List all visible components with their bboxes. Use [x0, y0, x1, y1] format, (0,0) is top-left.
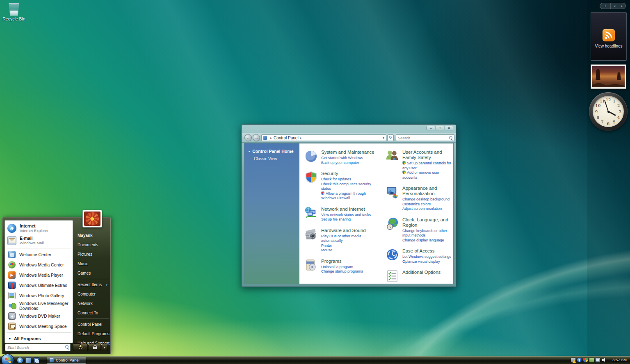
category-appearance[interactable]: Appearance and Personalization Change de… — [386, 185, 454, 212]
category-title[interactable]: User Accounts and Family Safety — [402, 150, 454, 160]
category-link[interactable]: Change keyboards or other input methods — [402, 229, 454, 238]
category-title[interactable]: Clock, Language, and Region — [402, 217, 454, 228]
category-programs[interactable]: Programs Uninstall a program Change star… — [304, 258, 381, 274]
category-hardware-sound[interactable]: Hardware and Sound Play CDs or other med… — [304, 228, 381, 253]
address-dropdown-icon[interactable]: ▾ — [383, 136, 384, 140]
start-menu-item-network[interactable]: Network — [75, 299, 110, 308]
breadcrumb-location[interactable]: Control Panel — [274, 136, 299, 140]
start-menu-item-computer[interactable]: Computer — [75, 289, 110, 299]
network-icon[interactable] — [596, 358, 600, 362]
nav-control-panel-home[interactable]: •Control Panel Home — [249, 149, 296, 154]
category-link[interactable]: Change startup programs — [321, 269, 363, 274]
nav-classic-view[interactable]: Classic View — [254, 157, 296, 161]
show-desktop-icon[interactable] — [25, 357, 31, 363]
category-title[interactable]: System and Maintenance — [321, 150, 374, 155]
quick-launch-ie-icon[interactable]: e — [17, 357, 23, 363]
address-bar[interactable]: ▸ Control Panel ▸ ▾ — [261, 134, 386, 141]
gadget-next-icon[interactable]: ▸ — [618, 3, 625, 9]
maximize-button[interactable]: □ — [436, 126, 444, 130]
breadcrumb-root-arrow-icon[interactable]: ▸ — [270, 136, 272, 140]
power-button[interactable] — [73, 344, 88, 351]
category-link[interactable]: Change display language — [402, 238, 454, 243]
minimize-button[interactable]: – — [427, 126, 435, 130]
category-link[interactable]: Printer — [321, 243, 381, 248]
start-search-box[interactable] — [5, 344, 71, 351]
all-programs-button[interactable]: ▸ All Programs — [5, 334, 73, 343]
back-button[interactable]: ← — [244, 134, 252, 141]
category-link[interactable]: Play CDs or other media automatically — [321, 234, 381, 243]
taskbar-clock[interactable]: 3:57 AM — [612, 356, 627, 364]
switch-windows-icon[interactable] — [34, 357, 39, 363]
start-menu-item-meeting-space[interactable]: Windows Meeting Space — [5, 321, 73, 331]
start-menu-item-documents[interactable]: Documents — [75, 240, 110, 250]
start-menu-item-dvd-maker[interactable]: Windows DVD Maker — [5, 311, 73, 321]
start-search-input[interactable] — [7, 344, 62, 350]
category-link[interactable]: Mouse — [321, 248, 381, 253]
taskbar-button-control-panel[interactable]: Control Panel — [47, 357, 86, 364]
category-security[interactable]: Security Check for updates Check this co… — [304, 171, 381, 201]
window-search-box[interactable] — [396, 134, 454, 141]
security-center-icon[interactable] — [583, 358, 588, 362]
bluetooth-icon[interactable] — [577, 358, 582, 362]
start-search-icon[interactable] — [65, 345, 69, 349]
category-clock-language-region[interactable]: Clock, Language, and Region Change keybo… — [386, 217, 454, 243]
category-link[interactable]: Customize colors — [402, 202, 454, 207]
category-title[interactable]: Hardware and Sound — [321, 228, 381, 233]
category-link[interactable]: Change desktop background — [402, 197, 454, 202]
category-title[interactable]: Security — [321, 171, 381, 176]
window-titlebar[interactable]: – □ ✕ — [242, 125, 456, 133]
category-link[interactable]: Check for updates — [321, 177, 381, 182]
category-link-with-shield[interactable]: Add or remove user accounts — [402, 171, 454, 180]
category-link[interactable]: Check this computer's security status — [321, 182, 381, 191]
start-menu-item-photo-gallery[interactable]: Windows Photo Gallery — [5, 290, 73, 300]
start-menu-item-music[interactable]: Music — [75, 259, 110, 268]
category-network-internet[interactable]: Network and Internet View network status… — [304, 206, 381, 222]
category-title[interactable]: Appearance and Personalization — [402, 186, 454, 196]
clock-gadget[interactable]: 12 1 2 3 4 5 6 7 8 9 10 11 — [589, 92, 628, 131]
add-gadget-icon[interactable]: + — [600, 3, 611, 9]
category-title[interactable]: Network and Internet — [321, 207, 371, 212]
defender-icon[interactable] — [589, 358, 594, 362]
start-menu-item-ultimate-extras[interactable]: Windows Ultimate Extras — [5, 280, 73, 291]
forward-button[interactable]: → — [253, 134, 260, 141]
category-link-with-shield[interactable]: Set up parental controls for any user — [402, 161, 454, 171]
start-menu-item-live-messenger[interactable]: Windows Live Messenger Download — [5, 300, 73, 311]
breadcrumb-trail-arrow-icon[interactable]: ▸ — [300, 136, 302, 140]
category-system-maintenance[interactable]: System and Maintenance Get started with … — [304, 149, 381, 165]
refresh-button[interactable]: ↻ — [387, 134, 394, 141]
category-link[interactable]: Adjust screen resolution — [402, 207, 454, 212]
category-title[interactable]: Ease of Access — [402, 248, 451, 254]
search-icon[interactable] — [449, 136, 453, 140]
start-menu-item-user[interactable]: Mayank — [75, 231, 110, 240]
lock-button[interactable] — [89, 344, 101, 351]
category-link[interactable]: Let Windows suggest settings — [402, 255, 451, 259]
start-menu-item-media-player[interactable]: ▶Windows Media Player — [5, 270, 73, 280]
start-button[interactable] — [1, 354, 14, 364]
category-additional-options[interactable]: Additional Options — [386, 269, 454, 283]
window-search-input[interactable] — [398, 135, 446, 141]
display-warning-icon[interactable] — [571, 358, 575, 362]
category-title[interactable]: Programs — [321, 259, 363, 264]
start-menu-item-connect-to[interactable]: Connect To — [75, 308, 110, 318]
start-menu-item-control-panel[interactable]: Control Panel — [75, 320, 110, 329]
slideshow-gadget[interactable] — [591, 64, 626, 89]
volume-icon[interactable] — [602, 358, 606, 362]
start-menu-item-internet[interactable]: e InternetInternet Explorer — [5, 222, 73, 234]
recycle-bin-icon[interactable] — [8, 2, 20, 16]
category-link[interactable]: Get started with Windows — [321, 156, 374, 161]
category-ease-of-access[interactable]: Ease of Access Let Windows suggest setti… — [386, 248, 454, 264]
start-menu-item-welcome-center[interactable]: Welcome Center — [5, 250, 73, 260]
category-user-accounts[interactable]: User Accounts and Family Safety Set up p… — [386, 149, 454, 180]
category-link[interactable]: Set up file sharing — [321, 217, 371, 222]
start-menu-item-games[interactable]: Games — [75, 268, 110, 278]
recycle-bin[interactable]: Recycle Bin — [2, 2, 25, 21]
start-menu-item-recent-items[interactable]: Recent Items▸ — [75, 280, 110, 289]
close-button[interactable]: ✕ — [445, 126, 453, 130]
start-menu-item-email[interactable]: E-mailWindows Mail — [5, 234, 73, 247]
start-menu-item-default-programs[interactable]: Default Programs — [75, 329, 110, 339]
shutdown-options-button[interactable]: ▸ — [102, 344, 108, 351]
category-link-with-shield[interactable]: Allow a program through Windows Firewall — [321, 191, 381, 201]
category-link[interactable]: Back up your computer — [321, 161, 374, 166]
category-link[interactable]: Uninstall a program — [321, 265, 363, 270]
sidebar-controls[interactable]: + ◂ ▸ — [600, 3, 626, 9]
